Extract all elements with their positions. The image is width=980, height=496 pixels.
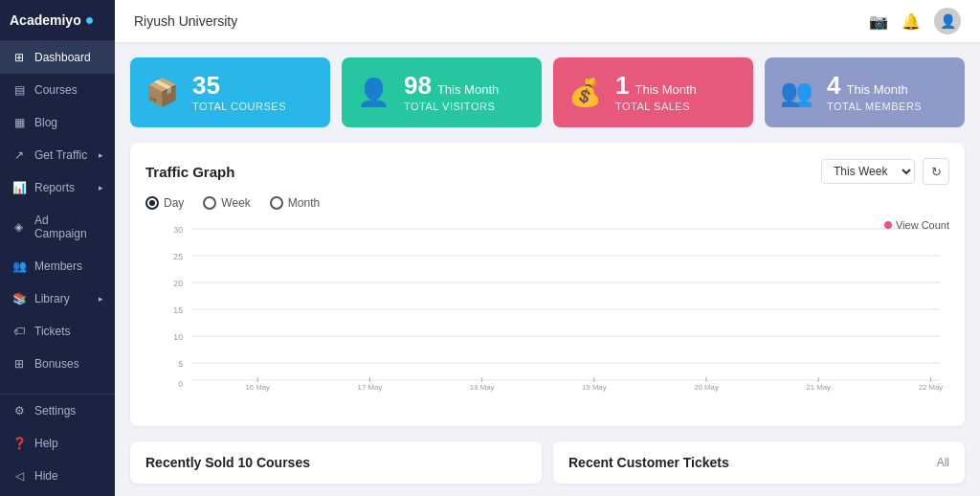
sidebar-item-bonuses[interactable]: ⊞ Bonuses: [0, 348, 115, 380]
stat-icon-courses: 📦: [145, 77, 179, 108]
logo-dot: ●: [85, 11, 95, 29]
sidebar-icon-members: 👥: [11, 259, 27, 273]
svg-text:18 May: 18 May: [470, 383, 495, 392]
svg-text:5: 5: [178, 359, 183, 369]
svg-text:22 May: 22 May: [919, 383, 944, 392]
topbar: Riyush University 📷 🔔 👤: [115, 0, 980, 42]
sidebar-item-left: ↗ Get Traffic: [11, 148, 87, 162]
sidebar-item-left: 🏷 Tickets: [11, 325, 71, 338]
radio-day-label: Day: [164, 196, 184, 210]
svg-text:21 May: 21 May: [806, 383, 831, 392]
stats-row: 📦 35 TOTAL COURSES 👤 98This Month TOTAL …: [130, 57, 965, 127]
sidebar-item-members[interactable]: 👥 Members: [0, 250, 115, 282]
chart-legend: View Count: [884, 219, 949, 231]
sidebar-item-dashboard[interactable]: ⊞ Dashboard: [0, 41, 115, 74]
recently-sold-card: Recently Sold 10 Courses: [130, 441, 542, 484]
topbar-icons: 📷 🔔 👤: [869, 8, 961, 34]
camera-icon[interactable]: 📷: [869, 12, 888, 31]
sidebar-bottom: ⚙ Settings ❓ Help ◁ Hide: [0, 394, 115, 496]
stat-info-courses: 35 TOTAL COURSES: [192, 73, 286, 112]
sidebar-item-left: 👥 Members: [11, 259, 82, 273]
stat-info-sales: 1This Month TOTAL SALES: [615, 73, 697, 112]
svg-text:20: 20: [173, 279, 183, 288]
stat-number-members: 4This Month: [827, 73, 922, 98]
sidebar-arrow-get-traffic: ▸: [99, 150, 103, 160]
sidebar-bottom-item-hide[interactable]: ◁ Hide: [0, 460, 115, 492]
sidebar-bottom-label-hide: Hide: [34, 469, 58, 483]
main-content: Riyush University 📷 🔔 👤 📦 35 TOTAL COURS…: [115, 0, 980, 496]
avatar-icon: 👤: [940, 13, 956, 29]
recently-sold-title: Recently Sold 10 Courses: [145, 455, 310, 470]
sidebar-item-left: 📊 Reports: [11, 181, 75, 194]
user-avatar[interactable]: 👤: [934, 8, 961, 34]
stat-card-courses: 📦 35 TOTAL COURSES: [130, 57, 330, 127]
all-link[interactable]: All: [937, 456, 949, 469]
sidebar-bottom-item-help[interactable]: ❓ Help: [0, 427, 115, 460]
university-name: Riyush University: [134, 13, 237, 29]
radio-week-label: Week: [221, 196, 250, 210]
sidebar-item-left: ⊞ Bonuses: [11, 357, 79, 371]
svg-text:15: 15: [173, 305, 183, 315]
refresh-button[interactable]: ↻: [923, 158, 949, 185]
stat-this-month-visitors: This Month: [437, 82, 499, 97]
sidebar-label-bonuses: Bonuses: [34, 357, 79, 371]
chart-container: View Count 30 25 20 15 10: [145, 219, 949, 411]
sidebar-item-left: ▤ Courses: [11, 83, 78, 97]
sidebar-icon-get-traffic: ↗: [11, 148, 27, 162]
stat-icon-members: 👥: [780, 77, 813, 108]
radio-month-circle: [270, 196, 283, 210]
sidebar-arrow-library: ▸: [99, 294, 103, 304]
content-area: 📦 35 TOTAL COURSES 👤 98This Month TOTAL …: [115, 42, 980, 496]
sidebar-icon-bonuses: ⊞: [11, 357, 27, 371]
sidebar-label-dashboard: Dashboard: [34, 51, 91, 64]
sidebar-bottom-icon-help: ❓: [11, 437, 27, 450]
bell-icon[interactable]: 🔔: [902, 12, 921, 31]
stat-label-courses: TOTAL COURSES: [192, 101, 286, 112]
sidebar-label-ad-campaign: Ad Campaign: [34, 214, 103, 240]
period-select[interactable]: This Week This Month This Year: [821, 159, 915, 184]
graph-controls: This Week This Month This Year ↻: [821, 158, 949, 185]
sidebar-item-reports[interactable]: 📊 Reports ▸: [0, 171, 115, 204]
svg-text:10: 10: [173, 332, 183, 342]
svg-text:0: 0: [178, 379, 183, 389]
radio-day-circle: [145, 196, 159, 210]
sidebar-bottom-label-help: Help: [34, 437, 58, 450]
recent-tickets-title: Recent Customer Tickets: [568, 455, 729, 470]
stat-card-visitors: 👤 98This Month TOTAL VISITORS: [342, 57, 542, 127]
sidebar-label-reports: Reports: [34, 181, 75, 194]
stat-info-visitors: 98This Month TOTAL VISITORS: [404, 73, 499, 112]
recent-tickets-header: Recent Customer Tickets All: [568, 455, 949, 470]
sidebar-item-get-traffic[interactable]: ↗ Get Traffic ▸: [0, 139, 115, 171]
sidebar-item-library[interactable]: 📚 Library ▸: [0, 282, 115, 315]
sidebar-bottom-left-help: ❓ Help: [11, 437, 58, 450]
bottom-row: Recently Sold 10 Courses Recent Customer…: [130, 441, 965, 484]
traffic-graph-title: Traffic Graph: [145, 164, 234, 180]
sidebar-item-courses[interactable]: ▤ Courses: [0, 74, 115, 106]
sidebar-item-left: 📚 Library: [11, 292, 70, 305]
sidebar-icon-library: 📚: [11, 292, 27, 305]
svg-text:16 May: 16 May: [245, 383, 270, 392]
sidebar: Academiyo● ⊞ Dashboard ▤ Courses ▦ Blog …: [0, 0, 115, 496]
legend-dot: [884, 221, 892, 229]
sidebar-label-tickets: Tickets: [34, 325, 71, 338]
sidebar-bottom-left-settings: ⚙ Settings: [11, 404, 76, 417]
sidebar-item-blog[interactable]: ▦ Blog: [0, 106, 115, 139]
stat-label-sales: TOTAL SALES: [615, 101, 697, 112]
stat-card-sales: 💰 1This Month TOTAL SALES: [553, 57, 753, 127]
sidebar-item-tickets[interactable]: 🏷 Tickets: [0, 315, 115, 348]
radio-day[interactable]: Day: [145, 196, 184, 210]
sidebar-label-blog: Blog: [34, 116, 57, 129]
radio-week[interactable]: Week: [203, 196, 250, 210]
stat-number-visitors: 98This Month: [404, 73, 499, 98]
sidebar-bottom-item-settings[interactable]: ⚙ Settings: [0, 395, 115, 427]
sidebar-bottom-left-hide: ◁ Hide: [11, 469, 58, 483]
radio-month[interactable]: Month: [270, 196, 320, 210]
sidebar-item-left: ◈ Ad Campaign: [11, 214, 103, 240]
svg-text:19 May: 19 May: [582, 383, 607, 392]
radio-month-label: Month: [288, 196, 320, 210]
sidebar-label-library: Library: [34, 292, 70, 305]
stat-icon-visitors: 👤: [357, 77, 390, 108]
radio-week-circle: [203, 196, 216, 210]
logo-text: Academiyo: [10, 12, 81, 28]
sidebar-item-ad-campaign[interactable]: ◈ Ad Campaign: [0, 204, 115, 250]
